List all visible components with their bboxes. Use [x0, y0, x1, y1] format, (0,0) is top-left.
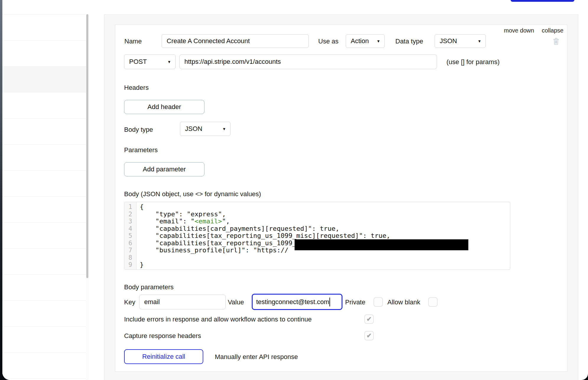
card-actions: move down collapse	[504, 27, 563, 34]
code-line: 4 "capabilities[card_payments][requested…	[124, 225, 510, 233]
sidebar-row[interactable]	[2, 275, 86, 301]
allow-blank-label: Allow blank	[387, 298, 420, 306]
chevron-down-icon: ▼	[222, 127, 226, 131]
body-type-selected-value: JSON	[185, 125, 202, 133]
scrollbar-thumb[interactable]	[86, 14, 88, 278]
http-method-select[interactable]: POST ▼	[124, 54, 176, 69]
add-parameter-button[interactable]: Add parameter	[124, 162, 204, 176]
sidebar-row[interactable]	[2, 249, 86, 275]
top-accent-bar	[511, 0, 574, 2]
http-method-selected-value: POST	[129, 58, 147, 66]
body-title: Body (JSON object, use <> for dynamic va…	[124, 190, 261, 198]
url-input[interactable]	[179, 54, 437, 69]
sidebar-row[interactable]	[2, 327, 86, 353]
sidebar-scrollbar[interactable]	[86, 14, 89, 380]
body-parameters-title: Body parameters	[124, 283, 174, 291]
dynamic-value-token: <email>	[194, 217, 222, 225]
param-value-text: testingconnect@test.com	[256, 298, 329, 306]
use-as-label: Use as	[318, 38, 338, 45]
code-line: 9}	[124, 261, 510, 269]
sidebar-row[interactable]	[2, 170, 86, 197]
sidebar-row[interactable]	[2, 353, 86, 379]
trash-icon[interactable]	[553, 37, 559, 46]
include-errors-label: Include errors in response and allow wor…	[124, 316, 312, 323]
sidebar-row[interactable]	[2, 92, 86, 118]
sidebar-row[interactable]	[2, 14, 86, 40]
collapse-link[interactable]: collapse	[542, 27, 563, 34]
app-window: move down collapse Name Use as Actio	[2, 0, 588, 380]
sidebar-row[interactable]	[2, 66, 86, 92]
private-label: Private	[345, 298, 365, 306]
body-code-editor[interactable]: 1{2 "type": "express",3 "email": "<email…	[124, 202, 510, 270]
code-lines: 1{2 "type": "express",3 "email": "<email…	[124, 203, 510, 269]
data-type-select[interactable]: JSON ▼	[435, 34, 486, 48]
redacted-value	[295, 239, 468, 250]
main-panel: move down collapse Name Use as Actio	[104, 14, 578, 380]
manual-response-link[interactable]: Manually enter API response	[215, 353, 298, 361]
sidebar-row[interactable]	[2, 118, 86, 144]
url-params-hint: (use [] for params)	[446, 58, 500, 66]
api-call-card: move down collapse Name Use as Actio	[115, 25, 567, 372]
reinitialize-call-button[interactable]: Reinitialize call	[124, 349, 203, 364]
name-label: Name	[124, 38, 142, 45]
sidebar-row[interactable]	[2, 301, 86, 327]
param-key-input[interactable]	[139, 295, 226, 309]
value-label: Value	[228, 298, 244, 306]
code-line: 3 "email": "<email>",	[124, 218, 510, 225]
text-cursor	[329, 298, 330, 306]
data-type-label: Data type	[395, 38, 423, 45]
code-line: 2 "type": "express",	[124, 211, 510, 218]
headers-title: Headers	[124, 84, 149, 92]
chevron-down-icon: ▼	[376, 39, 380, 43]
private-checkbox[interactable]	[373, 297, 383, 307]
sidebar-row[interactable]	[2, 40, 86, 66]
sidebar-call-list	[2, 14, 86, 380]
sidebar-row[interactable]	[2, 223, 86, 249]
add-header-button[interactable]: Add header	[124, 100, 204, 114]
include-errors-checkbox[interactable]: ✔	[364, 314, 374, 324]
move-down-link[interactable]: move down	[504, 27, 534, 34]
use-as-selected-value: Action	[351, 37, 369, 45]
chevron-down-icon: ▼	[167, 60, 171, 64]
body-type-select[interactable]: JSON ▼	[180, 122, 230, 136]
capture-headers-label: Capture response headers	[124, 332, 201, 340]
sidebar-row[interactable]	[2, 144, 86, 170]
capture-headers-checkbox[interactable]: ✔	[364, 331, 374, 340]
key-label: Key	[124, 298, 135, 306]
chevron-down-icon: ▼	[477, 39, 481, 43]
code-line: 1{	[124, 203, 510, 211]
allow-blank-checkbox[interactable]	[428, 297, 438, 307]
param-value-input[interactable]: testingconnect@test.com	[252, 294, 342, 310]
sidebar-row[interactable]	[2, 197, 86, 223]
parameters-title: Parameters	[124, 146, 158, 154]
code-line: 8	[124, 254, 510, 262]
code-line: 5 "capabilities[tax_reporting_us_1099_mi…	[124, 232, 510, 240]
data-type-selected-value: JSON	[440, 37, 457, 45]
name-input[interactable]	[162, 34, 309, 48]
body-type-label: Body type	[124, 126, 153, 134]
use-as-select[interactable]: Action ▼	[346, 34, 385, 48]
